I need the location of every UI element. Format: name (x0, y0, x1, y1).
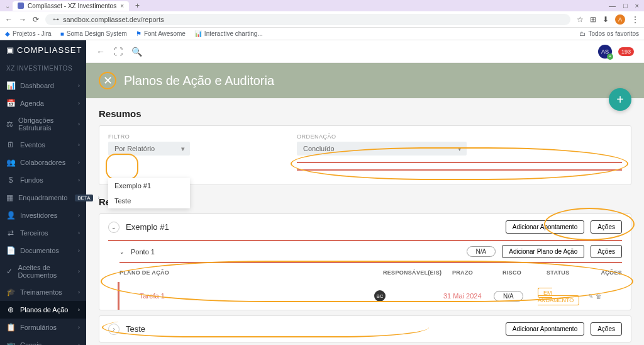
nav-label: Investidores (20, 212, 57, 219)
status-pill: EM ANDAMENTO (538, 288, 579, 305)
profile-avatar[interactable]: A (615, 14, 625, 25)
expand-icon[interactable]: ⛶ (114, 47, 123, 57)
bookmark-charting[interactable]: 📊Interactive charting... (194, 30, 263, 37)
sidebar-item-agenda[interactable]: 📅Agenda› (0, 94, 86, 112)
chevron-right-icon: › (78, 177, 80, 183)
back-icon[interactable]: ← (5, 15, 13, 24)
nav-label: Documentos (20, 247, 59, 254)
bookmarks-bar: ◆Projetos - Jira ■Soma Design System ⚑Fo… (0, 28, 644, 40)
bookmark-soma[interactable]: ■Soma Design System (60, 30, 127, 37)
nav-label: Enquadramento (18, 194, 67, 201)
tab-title: Compliasset - XZ Investimentos (28, 3, 116, 9)
resumos-title: Resumos (99, 108, 631, 119)
collapse-icon[interactable]: ⌄ (108, 222, 119, 233)
notification-badge[interactable]: 193 (618, 47, 634, 56)
report-name: Teste (126, 324, 145, 334)
filtro-select[interactable]: Por Relatório (108, 142, 190, 156)
progress-bar (297, 162, 622, 163)
back-arrow-icon[interactable]: ← (96, 47, 105, 57)
browser-tab[interactable]: Compliasset - XZ Investimentos × (13, 1, 129, 11)
table-row[interactable]: Tarefa 1 BC 31 Mai 2024 N/A EM ANDAMENTO… (118, 282, 622, 310)
col-responsavel: RESPONSÁVEL(EIS) (383, 269, 452, 276)
sidebar-item-colaboradores[interactable]: 👥Colaboradores› (0, 154, 86, 171)
sidebar-item-investidores[interactable]: 👤Investidores› (0, 206, 86, 224)
new-tab-button[interactable]: + (131, 0, 143, 11)
star-icon[interactable]: ☆ (577, 15, 584, 24)
chevron-right-icon: › (78, 307, 80, 313)
chevron-right-icon: › (78, 289, 80, 295)
chevron-right-icon: › (98, 195, 100, 201)
menu-icon[interactable]: ⌄ (5, 3, 10, 9)
adicionar-plano-button[interactable]: Adicionar Plano de Ação (502, 245, 584, 258)
col-plano: PLANO DE AÇÃO (119, 269, 383, 276)
sidebar-item-enquadramento[interactable]: ▦EnquadramentoBETA› (0, 189, 86, 206)
nav-icon: ▦ (6, 193, 13, 202)
filtro-option-2[interactable]: Teste (108, 193, 190, 208)
minimize-icon[interactable]: — (609, 2, 616, 9)
site-info-icon[interactable]: ⊶ (53, 16, 59, 23)
sidebar-item-treinamentos[interactable]: 🎓Treinamentos› (0, 283, 86, 301)
sidebar-item-terceiros[interactable]: ⇄Terceiros› (0, 224, 86, 242)
col-acoes: AÇÕES (597, 269, 622, 276)
all-favorites-link[interactable]: Todos os favoritos (588, 30, 639, 37)
ordenacao-label: ORDENAÇÃO (297, 133, 622, 140)
search-icon[interactable]: 🔍 (131, 47, 142, 57)
folder-icon: 🗀 (579, 30, 586, 37)
nav-label: Dashboard (20, 82, 54, 89)
nav-label: Fundos (20, 176, 43, 184)
filtro-option-1[interactable]: Exemplo #1 (108, 178, 190, 193)
sidebar-item-obrigações-estruturais[interactable]: ⚖Obrigações Estruturais› (0, 112, 86, 136)
adicionar-apontamento-button[interactable]: Adicionar Apontamento (506, 220, 584, 234)
tab-close[interactable]: × (120, 3, 124, 9)
acoes-button[interactable]: Ações (591, 220, 622, 234)
col-status: STATUS (547, 269, 597, 276)
fab-add-button[interactable]: + (609, 88, 631, 111)
acoes-button[interactable]: Ações (591, 322, 622, 336)
user-avatar[interactable]: AS + (598, 45, 612, 59)
adicionar-apontamento-button[interactable]: Adicionar Apontamento (506, 322, 584, 336)
org-name: XZ INVESTIMENTOS (0, 60, 86, 77)
nav-badge: BETA (75, 195, 92, 201)
nav-label: Canais (20, 341, 42, 345)
maximize-icon[interactable]: □ (623, 2, 628, 9)
chevron-right-icon: › (78, 100, 80, 106)
delete-icon[interactable]: 🗑 (596, 293, 602, 300)
sidebar-item-planos-de-ação[interactable]: ⊕Planos de Ação› (0, 301, 86, 319)
chevron-right-icon: › (78, 342, 80, 345)
sidebar-item-formulários[interactable]: 📋Formulários› (0, 319, 86, 336)
sidebar-item-aceites-de-documentos[interactable]: ✓Aceites de Documentos› (0, 259, 86, 283)
download-icon[interactable]: ⬇ (602, 15, 609, 24)
nav-icon: 🎓 (6, 288, 15, 297)
close-window-icon[interactable]: × (635, 2, 639, 9)
responsavel-avatar[interactable]: BC (374, 290, 386, 302)
nav-icon: 📺 (6, 341, 15, 345)
nav-label: Colaboradores (20, 159, 65, 166)
forward-icon[interactable]: → (19, 15, 26, 24)
extensions-icon[interactable]: ⊞ (590, 15, 596, 24)
sidebar-item-documentos[interactable]: 📄Documentos› (0, 242, 86, 259)
acoes-button[interactable]: Ações (591, 245, 622, 258)
menu-dots-icon[interactable]: ⋮ (631, 15, 639, 24)
browser-tab-bar: ⌄ Compliasset - XZ Investimentos × + — □… (0, 0, 644, 11)
bookmark-jira[interactable]: ◆Projetos - Jira (5, 30, 52, 37)
chevron-right-icon: › (78, 247, 80, 254)
nav-label: Aceites de Documentos (18, 264, 73, 279)
sidebar-item-fundos[interactable]: $Fundos› (0, 171, 86, 189)
expand-icon-chevron[interactable]: › (108, 324, 119, 335)
logo[interactable]: ▣ COMPLIASSET (0, 40, 86, 60)
chevron-right-icon: › (78, 324, 80, 331)
report-name: Exemplo #1 (126, 222, 169, 232)
sidebar-item-canais[interactable]: 📺Canais› (0, 336, 86, 345)
bookmark-fa[interactable]: ⚑Font Awesome (136, 30, 186, 37)
url-input[interactable]: ⊶ sandbox.compliasset.dev/reports (45, 14, 570, 25)
edit-icon[interactable]: ✎ (588, 293, 593, 300)
sidebar-item-eventos[interactable]: 🗓Eventos› (0, 136, 86, 154)
nav-label: Treinamentos (20, 288, 62, 296)
ordenacao-select[interactable]: Concluído (297, 142, 467, 156)
nav-label: Terceiros (20, 229, 48, 237)
sidebar-item-dashboard[interactable]: 📊Dashboard› (0, 77, 86, 94)
filtro-label: FILTRO (108, 133, 190, 140)
ponto-expand-icon[interactable]: ⌄ (119, 249, 125, 255)
reload-icon[interactable]: ⟳ (33, 15, 39, 24)
progress-bar (297, 169, 622, 171)
